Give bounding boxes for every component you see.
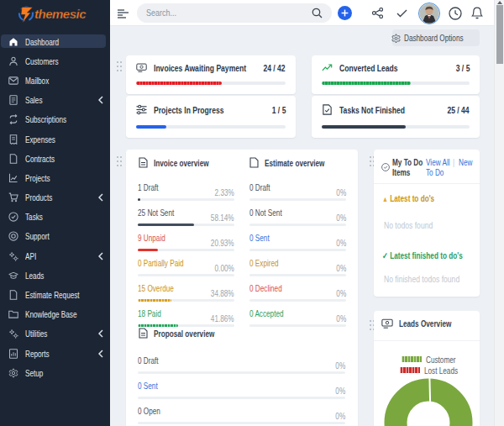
- svg-text:themesic: themesic: [34, 7, 87, 21]
